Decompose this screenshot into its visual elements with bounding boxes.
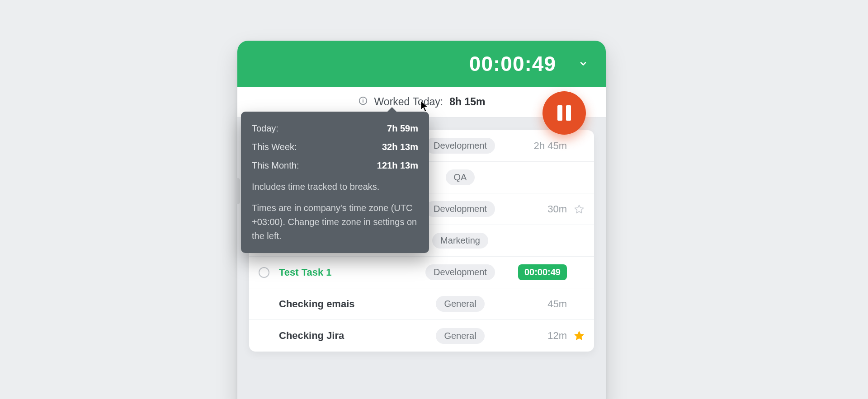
task-time: 45m [505,298,569,310]
task-status-toggle [249,299,279,310]
task-tag[interactable]: QA [446,169,475,185]
task-tag-cell: Development [416,138,505,154]
scrollbar-thumb[interactable] [236,178,240,204]
worked-today-label: Worked Today: [374,96,443,108]
timer-bar: 00:00:49 [237,41,606,87]
task-title[interactable]: Test Task 1 [279,267,416,278]
tooltip-note-timezone: Times are in company's time zone (UTC +0… [252,201,418,243]
task-title[interactable]: Checking Jira [279,330,416,342]
task-title[interactable]: Checking emais [279,298,416,310]
task-time: 12m [505,330,569,342]
task-time-text: 2h 45m [534,140,567,151]
tooltip-month-value: 121h 13m [377,159,418,173]
task-time-text: 45m [547,298,567,310]
chevron-down-icon[interactable] [579,59,588,68]
task-tag-cell: QA [416,169,505,185]
task-time-text: 30m [547,203,567,215]
tooltip-today-value: 7h 59m [387,122,418,136]
task-row[interactable]: Checking emaisGeneral45m [249,288,594,320]
task-row[interactable]: Checking JiraGeneral12m [249,320,594,352]
task-tag[interactable]: General [436,328,484,344]
worked-today-tooltip: Today: 7h 59m This Week: 32h 13m This Mo… [241,112,429,253]
task-tag-cell: General [416,296,505,312]
tooltip-week-value: 32h 13m [382,140,418,154]
task-title-text: Checking emais [279,298,355,310]
svg-rect-2 [363,100,363,103]
task-tag-cell: Development [416,264,505,280]
task-favorite-star[interactable] [569,204,590,215]
task-tag[interactable]: Development [425,264,495,280]
task-time-text: 12m [547,330,567,341]
task-tag[interactable]: Marketing [432,233,488,249]
task-row[interactable]: Test Task 1Development00:00:49 [249,257,594,288]
timer-elapsed: 00:00:49 [469,52,556,76]
task-tag-cell: Development [416,201,505,217]
task-tag-cell: Marketing [416,233,505,249]
task-favorite-star[interactable] [569,330,590,341]
task-tag[interactable]: General [436,296,484,312]
task-time: 2h 45m [505,140,569,152]
task-tag[interactable]: Development [425,201,495,217]
task-status-toggle[interactable] [249,267,279,278]
tooltip-today-label: Today: [252,122,278,136]
task-tag-cell: General [416,328,505,344]
tooltip-week-label: This Week: [252,140,297,154]
pause-button[interactable] [542,91,586,135]
tooltip-month-label: This Month: [252,159,299,173]
pause-icon [557,105,571,121]
task-time: 00:00:49 [505,264,569,280]
task-title-text: Test Task 1 [279,267,332,278]
mouse-cursor-icon [420,100,429,112]
task-time-badge: 00:00:49 [518,264,567,280]
worked-today-value: 8h 15m [449,96,485,108]
task-status-toggle [249,330,279,341]
task-title-text: Checking Jira [279,330,344,342]
task-time: 30m [505,203,569,215]
svg-point-1 [362,99,363,99]
info-icon[interactable] [358,96,368,108]
tooltip-note-breaks: Includes time tracked to breaks. [252,180,418,194]
task-tag[interactable]: Development [425,138,495,154]
